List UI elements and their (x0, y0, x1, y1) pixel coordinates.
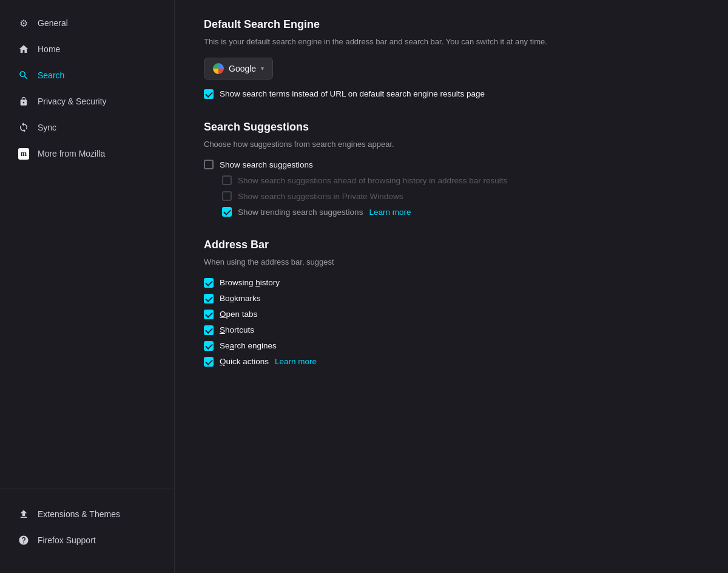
sidebar-label-extensions: Extensions & Themes (38, 509, 120, 519)
search-engines-checkbox[interactable] (204, 341, 214, 351)
address-bar-title: Address Bar (204, 239, 699, 251)
google-icon (213, 63, 224, 74)
sidebar-item-search[interactable]: Search (5, 63, 169, 88)
bookmarks-label: Bookmarks (220, 294, 261, 303)
browsing-history-checkbox[interactable] (204, 278, 214, 288)
suggestions-private-row: Show search suggestions in Private Windo… (222, 191, 699, 201)
shortcuts-label: Shortcuts (220, 325, 254, 334)
show-suggestions-row: Show search suggestions (204, 160, 699, 169)
address-bar-desc: When using the address bar, suggest (204, 256, 699, 268)
bookmarks-underline: o (230, 294, 235, 303)
main-content: Default Search Engine This is your defau… (175, 0, 728, 573)
search-suggestions-section: Search Suggestions Choose how suggestion… (204, 121, 699, 217)
suggestions-ahead-row: Show search suggestions ahead of browsin… (222, 175, 699, 185)
sidebar-label-search: Search (38, 70, 64, 80)
show-suggestions-checkbox[interactable] (204, 160, 214, 169)
sidebar-item-mozilla[interactable]: m More from Mozilla (5, 141, 169, 166)
suggestions-ahead-label: Show search suggestions ahead of browsin… (238, 176, 507, 185)
open-tabs-checkbox[interactable] (204, 310, 214, 319)
suggestions-private-label: Show search suggestions in Private Windo… (238, 192, 403, 201)
default-search-engine-section: Default Search Engine This is your defau… (204, 18, 699, 99)
browsing-history-label: Browsing history (220, 278, 280, 287)
search-engines-row: Search engines (204, 341, 699, 351)
sidebar-nav: General Home Search (0, 10, 174, 484)
search-icon (17, 69, 30, 82)
open-tabs-row: Open tabs (204, 310, 699, 319)
shortcuts-checkbox[interactable] (204, 325, 214, 335)
sidebar-item-general[interactable]: General (5, 10, 169, 36)
default-search-desc: This is your default search engine in th… (204, 36, 699, 48)
sidebar-label-sync: Sync (38, 123, 56, 132)
sidebar: General Home Search (0, 0, 175, 573)
trending-checkbox[interactable] (222, 207, 232, 217)
chevron-down-icon: ▾ (261, 65, 264, 72)
sidebar-label-home: Home (38, 44, 60, 54)
trending-row: Show trending search suggestions Learn m… (222, 207, 699, 217)
open-tabs-underline: O (220, 310, 226, 319)
sidebar-item-home[interactable]: Home (5, 36, 169, 62)
sidebar-label-mozilla: More from Mozilla (38, 149, 105, 158)
open-tabs-label: Open tabs (220, 310, 257, 319)
sidebar-label-support: Firefox Support (38, 535, 96, 545)
sidebar-item-sync[interactable]: Sync (5, 115, 169, 140)
sidebar-item-support[interactable]: Firefox Support (5, 527, 169, 553)
quick-actions-checkbox[interactable] (204, 357, 214, 367)
trending-learn-more-link[interactable]: Learn more (369, 208, 411, 217)
quick-actions-row: Quick actions Learn more (204, 357, 699, 367)
home-icon (17, 42, 30, 56)
address-bar-section: Address Bar When using the address bar, … (204, 239, 699, 367)
quick-actions-underline: Q (220, 357, 226, 366)
sidebar-item-privacy[interactable]: Privacy & Security (5, 89, 169, 114)
quick-actions-learn-more-link[interactable]: Learn more (275, 357, 317, 366)
sidebar-label-general: General (38, 18, 68, 28)
search-suggestions-desc: Choose how suggestions from search engin… (204, 138, 699, 151)
default-search-title: Default Search Engine (204, 18, 699, 31)
engine-label: Google (229, 64, 256, 73)
gear-icon (17, 16, 30, 30)
sidebar-item-extensions[interactable]: Extensions & Themes (5, 501, 169, 527)
privacy-icon (17, 95, 30, 108)
sidebar-divider (0, 489, 174, 489)
browsing-history-underline: h (255, 278, 260, 287)
bookmarks-row: Bookmarks (204, 294, 699, 303)
show-terms-label: Show search terms instead of URL on defa… (220, 89, 485, 98)
shortcuts-underline: S (220, 325, 225, 334)
sync-icon (17, 121, 30, 134)
quick-actions-label: Quick actions (220, 357, 269, 366)
sidebar-bottom: Extensions & Themes Firefox Support (0, 484, 174, 563)
show-suggestions-label: Show search suggestions (220, 160, 313, 169)
show-terms-row: Show search terms instead of URL on defa… (204, 89, 699, 99)
search-engines-label: Search engines (220, 341, 277, 350)
show-terms-checkbox[interactable] (204, 89, 214, 99)
extensions-icon (17, 507, 30, 521)
mozilla-icon: m (17, 147, 30, 160)
bookmarks-checkbox[interactable] (204, 294, 214, 303)
trending-label: Show trending search suggestions (238, 208, 363, 217)
search-engine-dropdown[interactable]: Google ▾ (204, 58, 273, 80)
search-engines-underline: a (230, 341, 235, 350)
support-icon (17, 534, 30, 547)
shortcuts-row: Shortcuts (204, 325, 699, 335)
suggestions-ahead-checkbox[interactable] (222, 175, 232, 185)
suggestions-private-checkbox[interactable] (222, 191, 232, 201)
browsing-history-row: Browsing history (204, 278, 699, 288)
search-suggestions-title: Search Suggestions (204, 121, 699, 134)
sidebar-label-privacy: Privacy & Security (38, 97, 107, 106)
